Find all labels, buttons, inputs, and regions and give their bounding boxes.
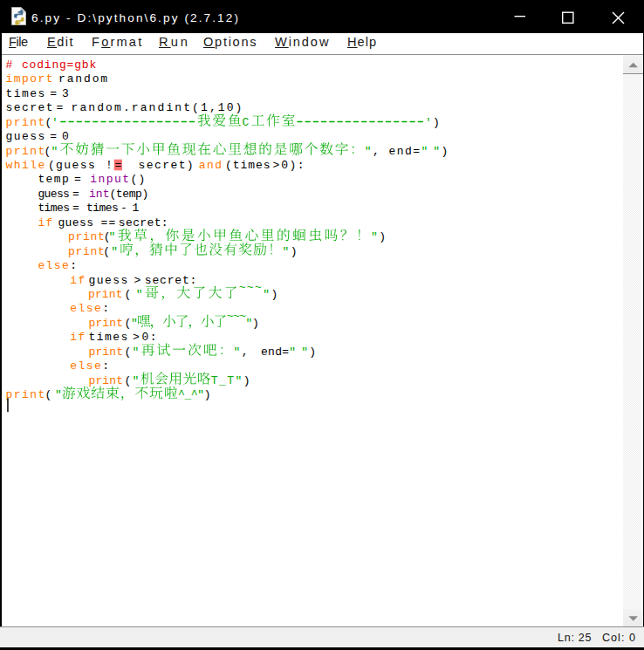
svg-text:==: == (100, 216, 116, 229)
svg-text:": " (55, 388, 61, 401)
svg-text:=: = (57, 101, 65, 114)
svg-text:else: else (70, 302, 102, 315)
svg-text:=: = (114, 159, 122, 172)
svg-text:(: ( (125, 346, 133, 359)
svg-text:(guess: (guess (48, 159, 96, 172)
svg-text:if: if (70, 331, 86, 344)
svg-text:): ) (291, 245, 298, 258)
svg-text:random: random (58, 72, 109, 86)
svg-text:): ) (271, 288, 279, 301)
svg-text:>: > (133, 331, 140, 344)
svg-text:(temp): (temp) (109, 188, 148, 201)
svg-text:': ' (425, 116, 433, 129)
svg-text:=: = (50, 130, 58, 143)
svg-text:,: , (242, 346, 250, 359)
svg-text:": " (263, 288, 271, 301)
svg-text:random.randint(1,10): random.randint(1,10) (72, 101, 244, 114)
svg-text:": " (131, 317, 137, 330)
svg-text:": " (289, 346, 297, 359)
svg-text:0:: 0: (142, 331, 158, 344)
svg-text:(: ( (103, 245, 111, 258)
svg-text:input: input (90, 173, 130, 186)
svg-text:": " (301, 346, 309, 359)
svg-text:0: 0 (62, 130, 70, 143)
svg-text:0):: 0): (281, 159, 305, 172)
svg-text:(: ( (125, 288, 133, 301)
svg-text:": " (111, 245, 119, 258)
svg-text:print: print (89, 374, 124, 387)
svg-text:if: if (38, 216, 53, 229)
svg-text:): ) (309, 346, 317, 359)
svg-text:(times: (times (225, 159, 271, 172)
svg-text:^_^": ^_^" (178, 388, 204, 401)
svg-text:times: times (86, 202, 118, 215)
svg-text:secret: secret (6, 101, 54, 114)
svg-text:end=: end= (389, 145, 421, 158)
svg-text:guess: guess (38, 188, 69, 201)
svg-text:): ) (252, 317, 260, 330)
svg-text:": " (433, 145, 441, 158)
svg-text:=: = (74, 173, 82, 186)
svg-text:~~~: ~~~ (239, 281, 264, 294)
svg-text:secret:: secret: (119, 216, 168, 229)
svg-text:=: = (72, 188, 80, 201)
svg-text:": " (136, 288, 144, 301)
svg-text:": " (365, 145, 373, 158)
svg-text:guess: guess (58, 216, 93, 229)
svg-text:(: ( (125, 374, 133, 387)
svg-text:>: > (134, 274, 142, 287)
svg-text:): ) (441, 145, 449, 158)
svg-text:(): () (130, 173, 146, 186)
svg-text:": " (133, 346, 140, 359)
svg-text:if: if (70, 274, 86, 287)
svg-text:else: else (38, 259, 70, 272)
svg-text:C: C (243, 116, 250, 129)
svg-text:#: # (6, 58, 14, 72)
svg-text:": " (109, 230, 117, 243)
svg-text:": " (234, 346, 242, 359)
svg-text:print: print (6, 388, 46, 401)
svg-text:secret:: secret: (145, 274, 197, 287)
svg-text:): ) (243, 374, 251, 387)
svg-text::: : (102, 359, 110, 373)
svg-text:coding=gbk: coding=gbk (22, 58, 97, 72)
svg-text:else: else (70, 359, 102, 373)
svg-text:": " (246, 317, 252, 330)
svg-text:times: times (38, 202, 69, 215)
svg-text:": " (421, 145, 428, 158)
svg-text:guess: guess (6, 130, 46, 143)
svg-text:print: print (6, 145, 46, 158)
svg-text:print: print (89, 346, 124, 359)
svg-text::: : (70, 259, 78, 272)
svg-text:3: 3 (62, 87, 70, 100)
svg-text:1: 1 (133, 202, 140, 215)
svg-text:": " (283, 245, 291, 258)
svg-text:print: print (6, 116, 46, 129)
svg-text:': ' (51, 116, 59, 129)
svg-text:": " (51, 145, 59, 158)
svg-text:times: times (89, 331, 129, 344)
svg-text:and: and (199, 159, 223, 172)
svg-text:>: > (273, 159, 281, 172)
svg-text:print: print (88, 288, 123, 301)
svg-text:": " (371, 230, 379, 243)
svg-text:print: print (68, 245, 106, 258)
svg-text:(: ( (45, 388, 53, 401)
svg-text:print: print (89, 317, 124, 330)
svg-text:~~~: ~~~ (227, 310, 247, 323)
svg-text:T_T": T_T" (211, 374, 243, 387)
svg-text:int: int (89, 188, 109, 201)
svg-text:-: - (120, 202, 128, 215)
svg-text:times: times (6, 87, 46, 100)
svg-text::: : (102, 302, 110, 315)
svg-text:": " (133, 374, 140, 387)
svg-text:): ) (204, 388, 212, 401)
svg-text:guess: guess (89, 274, 129, 287)
svg-text:secret): secret) (139, 159, 195, 172)
svg-text:=: = (50, 87, 58, 100)
svg-text:while: while (6, 159, 46, 172)
svg-text:): ) (433, 116, 441, 129)
svg-text:import: import (6, 72, 54, 86)
svg-text:): ) (379, 230, 387, 243)
svg-text:=: = (72, 202, 80, 215)
